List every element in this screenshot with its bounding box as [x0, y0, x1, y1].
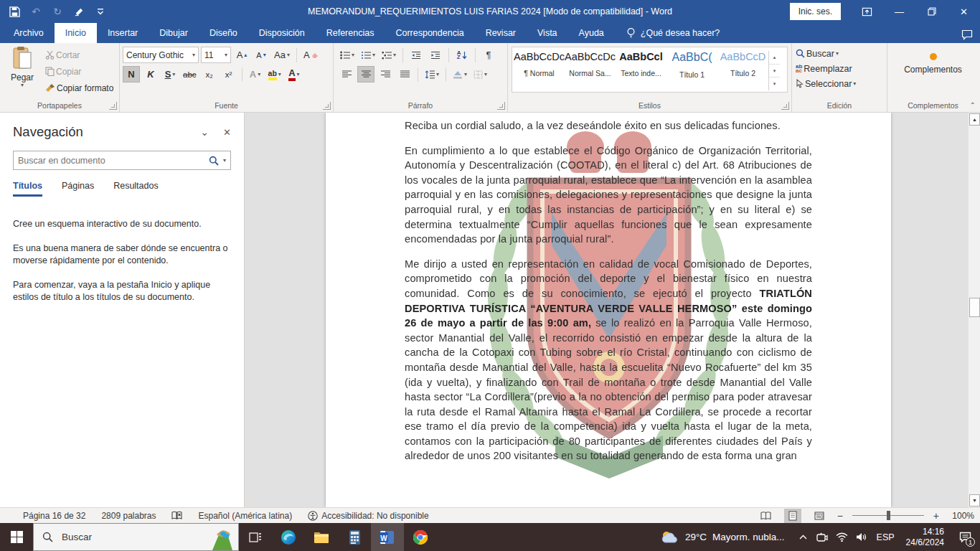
styles-more-button[interactable]: ▾ — [769, 77, 780, 90]
tab-vista[interactable]: Vista — [527, 23, 568, 43]
tell-me-box[interactable]: ¿Qué desea hacer? — [626, 23, 720, 43]
scroll-down-button[interactable]: ▼ — [969, 494, 980, 507]
replace-button[interactable]: abac Reemplazar — [793, 61, 878, 76]
tab-ayuda[interactable]: Ayuda — [568, 23, 615, 43]
align-center-button[interactable] — [357, 66, 374, 83]
nav-close-icon[interactable]: ✕ — [223, 127, 231, 138]
wifi-icon[interactable] — [832, 523, 852, 551]
document-search-box[interactable]: ▾ — [13, 151, 231, 170]
taskbar-search[interactable]: Buscar — [33, 523, 239, 551]
search-icon[interactable] — [209, 156, 219, 166]
document-page[interactable]: Reciba un cordial saludo, a la vez deseá… — [326, 113, 891, 507]
justify-button[interactable] — [396, 66, 413, 83]
paragraph-dialog-launcher[interactable] — [497, 102, 505, 110]
file-explorer-icon[interactable] — [305, 523, 338, 551]
scroll-up-button[interactable]: ▲ — [969, 113, 980, 126]
language-indicator[interactable]: Español (América latina) — [198, 511, 292, 521]
change-case-button[interactable]: Aa▾ — [272, 47, 292, 63]
style-titulo-1[interactable]: AaBbC(Título 1 — [666, 51, 717, 90]
strikethrough-button[interactable]: abc — [181, 66, 199, 83]
style-normal-sa[interactable]: AaBbCcDcNormal Sa... — [565, 51, 616, 90]
borders-button[interactable]: ▾ — [471, 66, 489, 83]
edge-icon[interactable] — [272, 523, 305, 551]
accessibility-status[interactable]: Accesibilidad: No disponible — [308, 511, 428, 521]
read-mode-button[interactable] — [758, 509, 775, 523]
sign-in-button[interactable]: Inic. ses. — [790, 3, 841, 20]
word-taskbar-icon[interactable]: W — [371, 523, 404, 551]
underline-button[interactable]: S▾ — [161, 66, 179, 83]
qat-customize-icon[interactable] — [95, 6, 106, 17]
style-titulo-2[interactable]: AaBbCcDTítulo 2 — [717, 51, 768, 90]
volume-icon[interactable] — [852, 523, 871, 551]
notification-center-button[interactable]: 1 — [950, 523, 980, 551]
subscript-button[interactable]: x₂ — [201, 66, 218, 83]
vertical-scrollbar[interactable]: ▲ ▼ — [968, 113, 980, 507]
styles-dialog-launcher[interactable] — [781, 102, 789, 110]
style-texto-inde[interactable]: AaBbCclTexto inde... — [616, 51, 666, 90]
zoom-level[interactable]: 100% — [948, 511, 974, 521]
tab-insertar[interactable]: Insertar — [97, 23, 149, 43]
search-highlight-mascot[interactable] — [209, 527, 235, 550]
copy-button[interactable]: Copiar — [43, 64, 116, 79]
decrease-indent-button[interactable] — [407, 47, 425, 63]
increase-indent-button[interactable] — [427, 47, 444, 63]
clipboard-dialog-launcher[interactable] — [109, 102, 117, 110]
tab-disposicion[interactable]: Disposición — [248, 23, 316, 43]
tab-inicio[interactable]: Inicio — [55, 23, 97, 43]
page-indicator[interactable]: Página 16 de 32 — [23, 511, 85, 521]
pen-icon[interactable] — [73, 6, 85, 17]
clock[interactable]: 14:16 24/6/2024 — [900, 527, 950, 548]
font-family-select[interactable]: Century Gothic ▾ — [123, 47, 199, 63]
shrink-font-button[interactable]: A▾ — [253, 47, 270, 63]
italic-button[interactable]: K — [142, 66, 159, 83]
clear-formatting-button[interactable]: A — [301, 47, 321, 63]
tray-chevron-up-icon[interactable] — [793, 523, 813, 551]
style-normal[interactable]: AaBbCcDc¶ Normal — [514, 51, 565, 90]
find-button[interactable]: Buscar ▾ — [793, 46, 878, 61]
tab-archivo[interactable]: Archivo — [3, 23, 55, 43]
cut-button[interactable]: Cortar — [43, 47, 116, 62]
styles-scroll-up-button[interactable]: ▴ — [769, 51, 780, 65]
format-painter-button[interactable]: Copiar formato — [43, 80, 116, 95]
zoom-out-button[interactable]: − — [837, 510, 843, 522]
document-text[interactable]: Reciba un cordial saludo, a la vez deseá… — [405, 118, 812, 474]
multilevel-list-button[interactable]: ▾ — [380, 47, 398, 63]
restore-button[interactable] — [915, 0, 948, 23]
align-right-button[interactable] — [377, 66, 394, 83]
paste-button[interactable]: Pegar ▾ — [1, 46, 43, 99]
superscript-button[interactable]: x² — [220, 66, 237, 83]
save-icon[interactable] — [9, 6, 20, 17]
keyboard-language[interactable]: ESP — [871, 532, 900, 542]
proofing-icon[interactable] — [171, 511, 182, 520]
zoom-slider-thumb[interactable] — [887, 511, 890, 520]
search-input[interactable] — [18, 156, 204, 166]
ribbon-display-icon[interactable] — [851, 0, 883, 23]
nav-tab-resultados[interactable]: Resultados — [113, 181, 159, 197]
start-button[interactable] — [0, 523, 33, 551]
feedback-icon[interactable] — [961, 29, 973, 40]
addins-button[interactable]: Complementos — [889, 53, 977, 75]
text-effects-button[interactable]: A▾ — [247, 66, 264, 83]
minimize-button[interactable]: — — [883, 0, 915, 23]
pilcrow-button[interactable]: ¶ — [480, 47, 497, 63]
highlight-button[interactable]: ab▾ — [266, 66, 283, 83]
print-layout-button[interactable] — [784, 509, 801, 523]
font-color-button[interactable]: A▾ — [286, 66, 303, 83]
web-layout-button[interactable] — [811, 509, 828, 523]
weather-widget[interactable]: 29°C Mayorm. nubla... — [652, 523, 793, 551]
nav-tab-titulos[interactable]: Títulos — [13, 181, 42, 197]
line-spacing-button[interactable]: ▾ — [423, 66, 441, 83]
align-left-button[interactable] — [338, 66, 355, 83]
grow-font-button[interactable]: A▴ — [233, 47, 250, 63]
zoom-in-button[interactable]: + — [933, 510, 939, 522]
select-button[interactable]: Seleccionar ▾ — [793, 76, 878, 91]
sort-button[interactable]: AZ — [453, 47, 471, 63]
close-button[interactable]: ✕ — [948, 0, 980, 23]
tab-referencias[interactable]: Referencias — [316, 23, 385, 43]
numbering-button[interactable]: ▾ — [359, 47, 377, 63]
chrome-icon[interactable] — [404, 523, 437, 551]
scroll-thumb[interactable] — [969, 298, 980, 317]
nav-chevron-down-icon[interactable]: ⌄ — [200, 126, 209, 138]
bullets-button[interactable]: ▾ — [338, 47, 357, 63]
shading-button[interactable]: ▾ — [451, 66, 469, 83]
